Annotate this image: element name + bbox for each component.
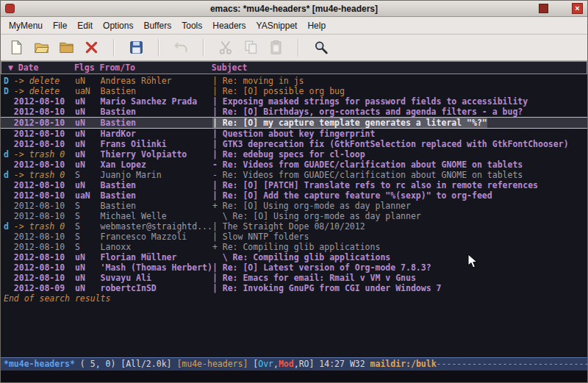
header-seg-read: S	[65, 201, 100, 211]
open-file-icon[interactable]	[32, 37, 51, 57]
header-row[interactable]: 2012-08-10 S Michael Welle \ Re: [O] Usi…	[1, 211, 587, 221]
header-seg-unread: | GTK3 deprecation fix (GtkFontSelection…	[212, 139, 569, 149]
header-row[interactable]: 2012-08-09 uN robertcInSD | Re: Invoking…	[1, 283, 587, 293]
header-row[interactable]: d -> trash 0 S Juanjo Marin - Re: Videos…	[1, 170, 587, 180]
header-seg-read	[4, 180, 14, 190]
header-seg-read	[4, 96, 14, 107]
titlebar-buttons: ×	[539, 3, 583, 14]
header-seg-read: 2012-08-10	[14, 201, 65, 211]
menu-item-buffers[interactable]: Buffers	[138, 18, 176, 34]
header-seg-read: webmaster@straightd...	[101, 221, 212, 232]
header-seg-unread: uaN	[65, 190, 100, 201]
copy-icon	[241, 37, 261, 57]
header-seg-read: S	[65, 170, 100, 180]
menu-item-tools[interactable]: Tools	[176, 18, 207, 34]
header-seg-read	[4, 232, 14, 242]
menu-item-help[interactable]: Help	[302, 18, 331, 34]
kill-buffer-icon[interactable]	[82, 37, 101, 57]
header-row[interactable]: 2012-08-10 uN Xan Lopez - Re: Videos fro…	[1, 160, 587, 170]
search-icon[interactable]	[311, 37, 331, 57]
modeline-seg-modif: Mod	[279, 359, 294, 369]
cut-icon	[216, 37, 236, 57]
header-seg-orange: | Re: moving in js	[212, 76, 304, 86]
modeline-seg-ovr: Ovr	[258, 359, 273, 369]
header-line[interactable]: ▼ Date Flgs From/To Subject	[1, 61, 587, 74]
header-seg-unread: 2012-08-10	[14, 190, 65, 201]
header-seg-read: S	[65, 211, 100, 221]
header-row[interactable]: 2012-08-10 uN 'Mash (Thomas Herbert)| Re…	[1, 262, 587, 273]
window-maximize-button[interactable]	[539, 4, 548, 13]
header-row[interactable]: 2012-08-10 S Francesco Mazzoli | Slow NN…	[1, 232, 587, 242]
header-seg-unread: Florian Müllner	[101, 252, 212, 262]
header-row-current[interactable]: 2012-08-10 uN Bastien | Re: [O] my captu…	[1, 117, 587, 129]
header-seg-read: Lanoxx	[101, 242, 212, 252]
header-row[interactable]: d -> trash 0 uN Thierry Volpiatto | Re: …	[1, 149, 587, 160]
echo-area[interactable]	[1, 371, 587, 382]
header-row[interactable]: 2012-08-10 S Bastien + Re: [O] Using org…	[1, 201, 587, 211]
header-seg-unread: | Exposing masked strings for password f…	[212, 96, 528, 107]
header-row[interactable]: D -> delete uN Andreas Röhler | Re: movi…	[1, 76, 587, 86]
header-row[interactable]: d -> trash 0 S webmaster@straightd...| T…	[1, 221, 587, 232]
menu-bar: MyMenuFileEditOptionsBuffersToolsHeaders…	[1, 17, 587, 35]
header-seg-unread: - Re: Videos from GUADEC/clarification a…	[212, 160, 523, 170]
window-title: emacs: *mu4e-headers* [mu4e-headers]	[1, 4, 587, 14]
menu-item-edit[interactable]: Edit	[72, 18, 98, 34]
header-seg-unread: 2012-08-10	[14, 262, 65, 273]
header-seg-unread: | Question about key fingerprint	[212, 129, 376, 139]
menu-item-headers[interactable]: Headers	[207, 18, 251, 34]
header-seg-action: -> delete	[14, 76, 65, 86]
header-seg-read	[4, 107, 14, 117]
header-seg-mark: d	[4, 149, 14, 160]
header-row[interactable]: 2012-08-10 uN Bastien | Re: [O] Birthday…	[1, 107, 587, 117]
header-seg-unread: uN	[65, 107, 100, 117]
header-seg-unread: uN	[65, 129, 100, 139]
toolbar-separator	[113, 39, 115, 57]
header-row[interactable]: D -> delete uaN Bastien | Re: [O] possib…	[1, 86, 587, 96]
header-seg-unread: Bastien	[101, 118, 212, 128]
header-row[interactable]: 2012-08-10 uN Bastien | Re: [O] [PATCH] …	[1, 180, 587, 190]
menu-item-mymenu[interactable]: MyMenu	[4, 18, 48, 34]
header-row[interactable]: 2012-08-10 uN Frans Oilinki | GTK3 depre…	[1, 139, 587, 149]
header-seg-unread: | Re: [O] Birthdays, org-contacts and ag…	[212, 107, 523, 117]
header-seg-read	[4, 160, 14, 170]
header-row[interactable]: 2012-08-10 uaN Bastien | Re: [O] Add the…	[1, 190, 587, 201]
menu-item-yasnippet[interactable]: YASnippet	[251, 18, 303, 34]
header-seg-read: Juanjo Marin	[101, 170, 212, 180]
header-seg-unread: uN	[65, 149, 100, 160]
header-seg-read: | Slow NNTP folders	[212, 232, 309, 242]
header-row[interactable]: 2012-08-10 uN HardKor | Question about k…	[1, 129, 587, 139]
header-seg-unread: uN	[65, 118, 100, 128]
header-seg-unread: 2012-08-10	[14, 96, 65, 107]
modeline-seg-plain: ,	[273, 359, 279, 369]
header-seg-unread: | Re: Emacs for email: Rmail v VM v Gnus	[212, 273, 416, 283]
header-seg-read: S	[65, 242, 100, 252]
header-seg-unread: Thierry Volpiatto	[101, 149, 212, 160]
header-row[interactable]: 2012-08-10 uN Florian Müllner \ Re: Comp…	[1, 252, 587, 262]
close-icon: ×	[575, 4, 579, 12]
headers-area: D -> delete uN Andreas Röhler | Re: movi…	[1, 74, 587, 357]
header-row[interactable]: 2012-08-10 uN Mario Sanchez Prada | Expo…	[1, 96, 587, 107]
header-seg-unread: Mario Sanchez Prada	[101, 96, 212, 107]
header-row[interactable]: 2012-08-10 uN Suvayu Ali | Re: Emacs for…	[1, 273, 587, 283]
header-seg-unread: uN	[65, 139, 100, 149]
save-icon[interactable]	[126, 37, 146, 57]
header-seg-read	[4, 273, 14, 283]
modeline-seg-plain: [	[248, 359, 258, 369]
new-file-icon[interactable]	[7, 37, 26, 57]
menu-item-file[interactable]: File	[48, 18, 72, 34]
header-seg-unread: 2012-08-10	[14, 118, 65, 128]
titlebar[interactable]: emacs: *mu4e-headers* [mu4e-headers] ×	[1, 1, 587, 17]
window-close-button[interactable]: ×	[572, 3, 583, 14]
dired-folder-icon[interactable]	[57, 37, 76, 57]
mode-line[interactable]: *mu4e-headers* ( 5, 0) [All/2.0k] [mu4e-…	[1, 357, 587, 371]
header-seg-read: 2012-08-10	[14, 242, 65, 252]
header-seg-orange: uaN	[65, 86, 100, 96]
header-seg-read	[4, 283, 14, 293]
header-seg-read: Michael Welle	[101, 211, 212, 221]
header-seg-unread: uN	[65, 262, 100, 273]
header-seg-unread: 'Mash (Thomas Herbert)	[101, 262, 212, 273]
menu-item-options[interactable]: Options	[98, 18, 138, 34]
header-seg-read	[4, 118, 14, 128]
header-seg-mark: d	[4, 170, 14, 180]
header-row[interactable]: 2012-08-10 S Lanoxx + Re: Compiling glib…	[1, 242, 587, 252]
